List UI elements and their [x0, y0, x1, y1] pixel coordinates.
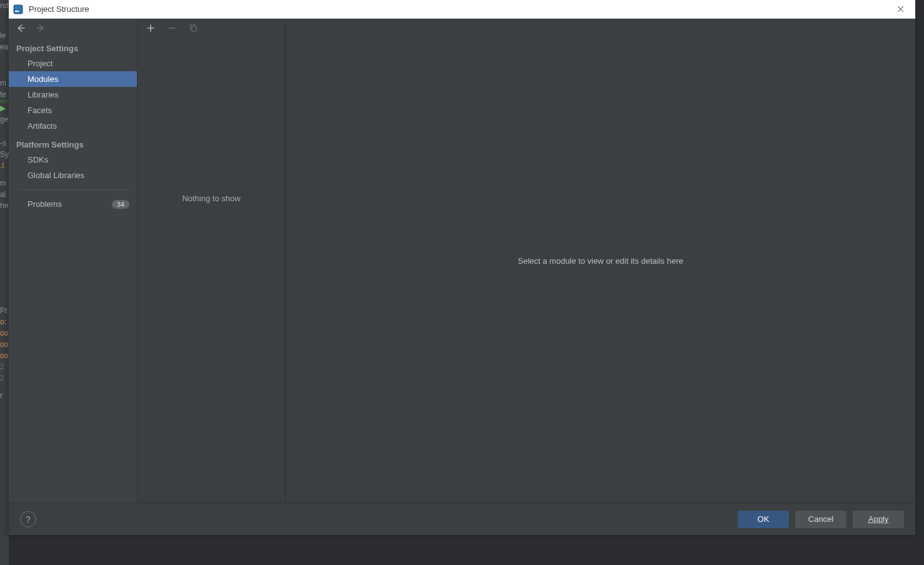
module-list-panel: Nothing to show [138, 19, 286, 502]
sidebar-item-label: Facets [28, 106, 52, 115]
sidebar-item-global-libraries[interactable]: Global Libraries [9, 168, 137, 183]
help-button[interactable]: ? [20, 511, 36, 528]
dialog-footer: ? OK Cancel Apply [9, 502, 915, 535]
project-structure-dialog: Project Structure Project Settings Proje… [9, 0, 915, 535]
dialog-body: Project Settings Project Modules Librari… [9, 19, 915, 502]
sidebar-item-libraries[interactable]: Libraries [9, 87, 137, 102]
background-ide-right-strip [915, 0, 924, 565]
sidebar-item-label: Modules [28, 74, 58, 84]
sidebar-item-facets[interactable]: Facets [9, 102, 137, 118]
sidebar-item-artifacts[interactable]: Artifacts [9, 118, 137, 134]
copy-button[interactable] [188, 22, 199, 34]
svg-rect-4 [192, 26, 196, 31]
problems-count-badge: 34 [112, 200, 129, 209]
sidebar-item-label: Global Libraries [28, 171, 84, 180]
forward-button[interactable] [35, 22, 46, 34]
module-list-toolbar [138, 19, 285, 38]
window-close-button[interactable] [891, 2, 909, 16]
sidebar-item-project[interactable]: Project [9, 56, 137, 71]
button-label: Apply [868, 514, 889, 524]
module-list-empty: Nothing to show [138, 38, 285, 502]
button-label: Cancel [808, 514, 833, 524]
back-button[interactable] [15, 22, 26, 34]
sidebar-item-sdks[interactable]: SDKs [9, 152, 137, 168]
sidebar-item-problems[interactable]: Problems 34 [9, 196, 137, 212]
sidebar-item-label: Libraries [28, 90, 59, 99]
dialog-title: Project Structure [29, 4, 89, 14]
ok-button[interactable]: OK [738, 511, 789, 528]
dialog-titlebar: Project Structure [9, 0, 915, 19]
section-header-platform-settings: Platform Settings [9, 134, 137, 152]
section-header-project-settings: Project Settings [9, 38, 137, 56]
remove-button[interactable] [166, 22, 178, 34]
sidebar-item-label: Project [28, 59, 53, 68]
sidebar-item-label: SDKs [28, 155, 48, 164]
sidebar-nav-row [9, 19, 137, 38]
app-icon [13, 4, 24, 15]
module-detail-panel: Select a module to view or edit its deta… [286, 19, 915, 502]
cancel-button[interactable]: Cancel [795, 511, 846, 528]
svg-rect-0 [14, 5, 23, 14]
background-ide-left-strip: nd le ea m te ▶ ge -s Sy .t m al he Pr o… [0, 0, 9, 565]
empty-text: Nothing to show [182, 194, 240, 203]
settings-sidebar: Project Settings Project Modules Librari… [9, 19, 138, 502]
sidebar-item-label: Problems [28, 199, 62, 209]
sidebar-item-modules[interactable]: Modules [9, 71, 137, 87]
button-label: OK [758, 514, 770, 524]
sidebar-divider [18, 189, 128, 190]
detail-placeholder-text: Select a module to view or edit its deta… [518, 256, 683, 266]
sidebar-item-label: Artifacts [28, 121, 57, 131]
svg-rect-2 [15, 11, 19, 12]
apply-button[interactable]: Apply [853, 511, 904, 528]
add-button[interactable] [145, 22, 156, 34]
